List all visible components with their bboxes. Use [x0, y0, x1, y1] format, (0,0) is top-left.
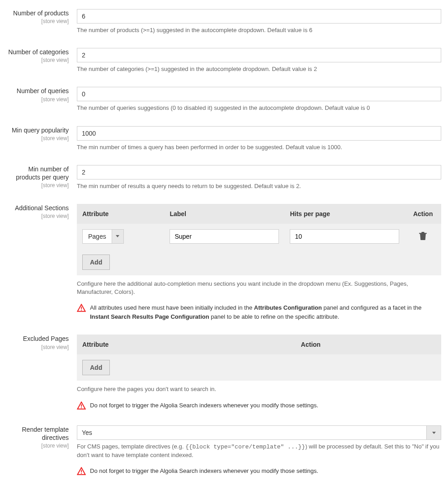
excluded-pages-table: Attribute Action Add [77, 335, 441, 381]
chevron-down-icon [427, 425, 441, 440]
help-number-of-categories: The number of categories (>=1) suggested… [77, 65, 441, 73]
field-excluded-pages: Excluded Pages [store view] Attribute Ac… [7, 335, 441, 412]
warning-render-template: Do not forget to trigger the Algolia Sea… [77, 467, 441, 478]
render-template-select-value: Yes [77, 425, 427, 440]
col-attribute: Attribute [77, 335, 296, 354]
help-min-query-popularity: The min number of times a query has been… [77, 143, 441, 151]
label-min-products-per-query: Min number of products per query [7, 165, 69, 181]
field-render-template-directives: Render template directives [store view] … [7, 425, 441, 478]
scope-label: [store view] [7, 443, 69, 449]
scope-label: [store view] [7, 213, 69, 219]
scope-label: [store view] [7, 135, 69, 142]
field-number-of-queries: Number of queries [store view] The numbe… [7, 87, 441, 112]
svg-rect-4 [81, 470, 82, 472]
col-attribute: Attribute [77, 204, 164, 224]
warning-excluded-pages: Do not forget to trigger the Algolia Sea… [77, 401, 441, 412]
help-render-template: For CMS pages, template directives (e.g.… [77, 443, 441, 459]
warning-additional-sections: All attributes used here must have been … [77, 303, 441, 321]
field-min-query-popularity: Min query popularity [store view] The mi… [7, 126, 441, 151]
table-header-row: Attribute Label Hits per page Action [77, 204, 441, 224]
scope-label: [store view] [7, 57, 69, 63]
render-template-select[interactable]: Yes [77, 425, 441, 440]
field-min-products-per-query: Min number of products per query [store … [7, 165, 441, 190]
scope-label: [store view] [7, 96, 69, 103]
svg-rect-2 [81, 404, 82, 406]
label-number-of-queries: Number of queries [7, 87, 69, 95]
label-number-of-products: Number of products [7, 9, 69, 17]
number-of-queries-input[interactable] [77, 87, 441, 101]
help-number-of-queries: The number of queries suggestions (0 to … [77, 104, 441, 112]
table-row: Pages [77, 224, 441, 249]
number-of-categories-input[interactable] [77, 48, 441, 62]
additional-sections-table: Attribute Label Hits per page Action Pag… [77, 204, 441, 275]
col-action: Action [405, 204, 441, 224]
col-label: Label [164, 204, 284, 224]
help-excluded-pages: Configure here the pages you don't want … [77, 385, 441, 393]
field-number-of-categories: Number of categories [store view] The nu… [7, 48, 441, 73]
table-footer-row: Add [77, 354, 441, 381]
table-header-row: Attribute Action [77, 335, 441, 354]
svg-rect-1 [81, 310, 82, 311]
svg-rect-0 [81, 307, 82, 309]
help-additional-sections: Configure here the additional auto-compl… [77, 280, 441, 296]
delete-row-button[interactable] [410, 231, 436, 241]
chevron-down-icon [112, 229, 124, 244]
hits-per-page-input[interactable] [290, 229, 399, 244]
scope-label: [store view] [7, 18, 69, 24]
help-min-products-per-query: The min number of results a query needs … [77, 182, 441, 190]
scope-label: [store view] [7, 344, 69, 350]
add-excluded-page-button[interactable]: Add [82, 360, 110, 375]
label-additional-sections: Additional Sections [7, 204, 69, 212]
label-min-query-popularity: Min query popularity [7, 126, 69, 134]
label-number-of-categories: Number of categories [7, 48, 69, 56]
scope-label: [store view] [7, 182, 69, 189]
attribute-select-value: Pages [82, 229, 112, 244]
help-number-of-products: The number of products (>=1) suggested i… [77, 26, 441, 34]
min-query-popularity-input[interactable] [77, 126, 441, 141]
trash-icon [419, 231, 427, 241]
min-products-per-query-input[interactable] [77, 165, 441, 179]
section-label-input[interactable] [170, 229, 279, 244]
field-number-of-products: Number of products [store view] The numb… [7, 9, 441, 34]
col-action: Action [296, 335, 441, 354]
warning-icon [77, 304, 86, 315]
field-additional-sections: Additional Sections [store view] Attribu… [7, 204, 441, 321]
table-footer-row: Add [77, 249, 441, 275]
svg-rect-5 [81, 473, 82, 474]
label-render-template: Render template directives [7, 425, 69, 442]
label-excluded-pages: Excluded Pages [7, 335, 69, 343]
warning-icon [77, 401, 86, 412]
number-of-products-input[interactable] [77, 9, 441, 24]
warning-icon [77, 467, 86, 478]
attribute-select[interactable]: Pages [82, 229, 124, 244]
svg-rect-3 [81, 407, 82, 408]
col-hits: Hits per page [284, 204, 405, 224]
add-section-button[interactable]: Add [82, 255, 110, 270]
